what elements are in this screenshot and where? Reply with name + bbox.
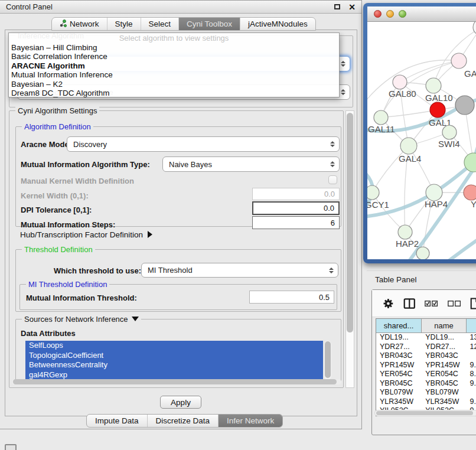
which-threshold-label: Which threshold to use: <box>54 266 141 275</box>
table-cell: YDR27... <box>422 343 466 352</box>
attributes-scrollbar[interactable] <box>324 341 331 380</box>
mi-threshold-group-label: MI Threshold Definition <box>26 280 109 289</box>
new-file-icon[interactable] <box>470 296 476 311</box>
panel-divider <box>367 270 476 271</box>
table-cell: YBR045C <box>422 379 466 389</box>
column-header-name[interactable]: name <box>422 319 466 333</box>
algorithm-option-aracne-algorithm[interactable]: ARACNE Algorithm <box>9 61 339 70</box>
network-node-gal11[interactable] <box>374 110 388 125</box>
dpi-tolerance-field[interactable]: 0.0 <box>252 201 340 215</box>
which-threshold-select[interactable]: MI Threshold <box>141 263 338 278</box>
node-label-gal11: GAL11 <box>368 124 395 134</box>
bottom-tabs: Impute DataDiscretize DataInfer Network <box>86 414 283 428</box>
settings-horizontal-scrollbar[interactable] <box>12 379 341 384</box>
attribute-item-betweennesscentrality[interactable]: BetweennessCentrality <box>25 360 323 370</box>
network-node-gal10[interactable] <box>426 78 441 93</box>
table-horizontal-scrollbar[interactable] <box>374 410 476 416</box>
network-node[interactable] <box>473 22 476 35</box>
attribute-item-gal4rgexp[interactable]: gal4RGexp <box>25 370 323 380</box>
table-panel-window: shared...nameA YDL19...YDL19...13YDR27..… <box>371 289 476 435</box>
node-table: shared...nameA YDL19...YDL19...13YDR27..… <box>376 318 476 416</box>
table-row[interactable]: YLR345WYLR345W9. <box>376 397 476 407</box>
select-all-checkboxes-icon[interactable] <box>425 299 438 308</box>
network-canvas[interactable]: GALGAL80GAL10GAL1GAL11SWI4GAL4GCY1HAP4YH… <box>367 22 476 259</box>
tab-select[interactable]: Select <box>141 18 180 30</box>
table-body: YDL19...YDL19...13YDR27...YDR27...12YBR0… <box>376 333 476 416</box>
control-panel-body: Inference Algorithm gal filtered sif def… <box>5 30 357 416</box>
algorithm-option-basic-correlation-inference[interactable]: Basic Correlation Inference <box>9 52 339 61</box>
close-window-icon[interactable]: ✕ <box>348 4 356 10</box>
network-graph[interactable]: GALGAL80GAL10GAL1GAL11SWI4GAL4GCY1HAP4YH… <box>367 22 476 259</box>
table-cell <box>467 351 476 361</box>
node-label-gal10: GAL10 <box>425 93 453 103</box>
zoom-traffic-light-icon[interactable] <box>399 10 406 18</box>
network-node-gal1[interactable] <box>430 102 445 118</box>
table-row[interactable]: YPR145WYPR145W9. <box>376 361 476 370</box>
table-cell: YBR043C <box>376 351 422 361</box>
table-cell: 9. <box>467 361 476 370</box>
table-row[interactable]: YDL19...YDL19...13 <box>376 333 476 343</box>
settings-vertical-scrollbar[interactable] <box>345 110 354 388</box>
combo-arrows-icon <box>329 263 334 277</box>
algorithm-definition-group: Algorithm Definition Aracne Mode: Discov… <box>15 126 341 227</box>
table-row[interactable]: YER054CYER054C8. <box>376 370 476 379</box>
algorithm-option-bayesian-hill-climbing[interactable]: Bayesian – Hill Climbing <box>9 43 339 52</box>
algorithm-option-dream8-dc-tdc-algorithm[interactable]: Dream8 DC_TDC Algorithm <box>9 89 339 97</box>
tab-cyni-toolbox[interactable]: Cyni Toolbox <box>179 18 240 30</box>
table-row[interactable]: YBR045CYBR045C9. <box>376 379 476 389</box>
hub-definition-toggle[interactable]: Hub/Transcription Factor Definition <box>20 230 152 239</box>
close-traffic-light-icon[interactable] <box>374 10 382 18</box>
algorithm-option-mutual-information-inference[interactable]: Mutual Information Inference <box>9 70 339 79</box>
algorithm-definition-label: Algorithm Definition <box>22 122 93 131</box>
split-columns-icon[interactable] <box>403 297 416 310</box>
sources-group-label[interactable]: Sources for Network Inference <box>22 315 141 324</box>
which-threshold-value: MI Threshold <box>148 266 193 275</box>
table-row[interactable]: YBR043CYBR043C <box>376 351 476 361</box>
column-header-a[interactable]: A <box>467 319 476 333</box>
tab-impute-data[interactable]: Impute Data <box>87 415 148 427</box>
aracne-mode-select[interactable]: Discovery <box>67 136 340 152</box>
settings-gear-icon[interactable] <box>383 297 394 310</box>
mi-type-select[interactable]: Naive Bayes <box>162 156 340 172</box>
mi-threshold-field[interactable]: 0.5 <box>249 291 334 304</box>
desktop: Control Panel ✕ NetworkStyleSelectCyni T… <box>0 0 476 450</box>
tab-infer-network[interactable]: Infer Network <box>219 415 282 427</box>
network-node-y[interactable] <box>464 185 476 200</box>
apply-button[interactable]: Apply <box>160 396 201 409</box>
network-node-swi4[interactable] <box>442 125 457 139</box>
control-panel-titlebar: Control Panel ✕ <box>0 1 361 14</box>
table-row[interactable]: YBL079WYBL079W <box>376 388 476 397</box>
network-node-hap4[interactable] <box>426 184 442 201</box>
aracne-mode-value: Discovery <box>73 140 107 149</box>
network-node-gal4[interactable] <box>400 138 417 154</box>
mi-steps-field[interactable]: 6 <box>252 216 340 229</box>
table-row[interactable]: YDR27...YDR27...12 <box>376 343 476 352</box>
network-node-gal[interactable] <box>451 53 467 69</box>
network-window-titlebar[interactable] <box>367 6 476 22</box>
tab-style[interactable]: Style <box>107 18 141 30</box>
tab-network[interactable]: Network <box>52 18 107 30</box>
deselect-all-checkboxes-icon[interactable] <box>448 299 461 308</box>
attribute-item-selfloops[interactable]: SelfLoops <box>25 341 323 351</box>
dock-panel-icon[interactable] <box>5 444 17 450</box>
algorithm-list: Bayesian – Hill ClimbingBasic Correlatio… <box>9 43 339 97</box>
kernel-width-field[interactable]: 0.0 <box>252 188 340 200</box>
algorithm-option-bayesian-k2[interactable]: Bayesian – K2 <box>9 80 339 89</box>
network-node-gcy1[interactable] <box>367 185 379 200</box>
attribute-item-topologicalcoefficient[interactable]: TopologicalCoefficient <box>25 351 323 361</box>
float-window-icon[interactable] <box>334 4 340 9</box>
threshold-definition-label: Threshold Definition <box>22 245 95 254</box>
combo-arrows-icon <box>330 157 335 171</box>
minimize-traffic-light-icon[interactable] <box>386 10 394 18</box>
network-node[interactable] <box>455 96 474 115</box>
manual-kernel-checkbox[interactable] <box>328 175 337 184</box>
tab-jactivemnodules[interactable]: jActiveMNodules <box>240 18 315 30</box>
table-header-row: shared...nameA <box>376 319 476 333</box>
network-node-hap2[interactable] <box>398 225 412 239</box>
expand-arrow-icon <box>148 231 152 238</box>
cyni-settings-group-label: Cyni Algorithm Settings <box>15 106 99 115</box>
network-node[interactable] <box>416 247 429 259</box>
network-node-gal80[interactable] <box>393 75 407 89</box>
column-header-shared[interactable]: shared... <box>376 319 422 333</box>
tab-discretize-data[interactable]: Discretize Data <box>148 415 219 427</box>
